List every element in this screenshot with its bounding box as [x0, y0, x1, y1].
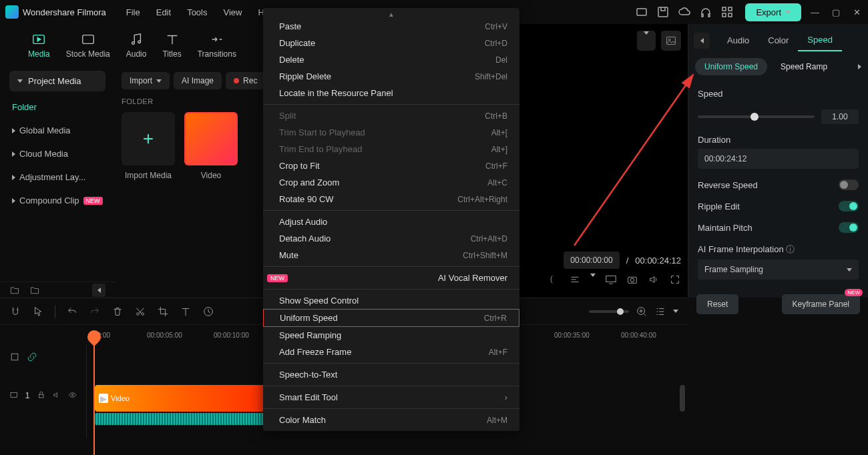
timeline-scrollbar[interactable] — [680, 385, 685, 412]
tab-titles[interactable]: Titles — [154, 29, 189, 61]
ctx-paste[interactable]: PasteCtrl+V — [263, 18, 519, 35]
duration-value[interactable]: 00:00:24:12 — [698, 149, 859, 169]
menu-view[interactable]: View — [223, 7, 242, 17]
eye-icon[interactable] — [68, 390, 77, 400]
ctx-mute[interactable]: MuteCtrl+Shift+M — [263, 247, 519, 264]
tab-media[interactable]: Media — [20, 29, 58, 61]
speed-slider[interactable] — [698, 115, 815, 118]
cut-icon[interactable] — [134, 306, 146, 318]
ctx-crop-fit[interactable]: Crop to FitCtrl+F — [263, 157, 519, 174]
sidebar-folder[interactable]: Folder — [0, 95, 115, 119]
menu-file[interactable]: File — [126, 7, 140, 17]
minimize-icon[interactable]: — — [811, 7, 820, 17]
frame-interpolation-select[interactable]: Frame Sampling — [698, 260, 859, 280]
bracket-icon[interactable] — [548, 274, 560, 286]
video-clip[interactable]: ▶ Video — [95, 385, 268, 412]
slider-thumb-icon[interactable] — [750, 113, 758, 121]
ctx-ai-vocal[interactable]: NEWAI Vocal Remover — [263, 270, 519, 286]
chevron-right-icon[interactable] — [858, 64, 861, 69]
trash-icon[interactable] — [112, 306, 124, 318]
align-icon[interactable] — [569, 274, 581, 286]
tab-transitions[interactable]: Transitions — [190, 29, 244, 61]
ai-image-button[interactable]: AI Image — [174, 72, 222, 89]
ctx-delete[interactable]: DeleteDel — [263, 51, 519, 68]
crop-icon[interactable] — [157, 306, 169, 318]
collapse-left-icon[interactable] — [92, 284, 105, 297]
grid-icon[interactable] — [721, 6, 733, 18]
ctx-detach-audio[interactable]: Detach AudioCtrl+Alt+D — [263, 230, 519, 247]
speaker-icon[interactable] — [648, 274, 660, 286]
close-icon[interactable]: ✕ — [853, 7, 863, 17]
undo-icon[interactable] — [66, 306, 78, 318]
pitch-toggle[interactable] — [839, 222, 859, 233]
ctx-show-speed[interactable]: Show Speed Control — [263, 292, 519, 309]
project-media-button[interactable]: Project Media — [9, 71, 105, 91]
maximize-icon[interactable]: ▢ — [832, 7, 841, 17]
ctx-ripple-delete[interactable]: Ripple DeleteShift+Del — [263, 68, 519, 85]
sidebar-compound-clip[interactable]: Compound ClipNEW — [0, 189, 115, 212]
reverse-toggle[interactable] — [839, 179, 859, 190]
ctx-speech-text[interactable]: Speech-to-Text — [263, 366, 519, 383]
list-icon[interactable] — [654, 306, 666, 318]
film-icon[interactable] — [9, 390, 18, 400]
ctx-duplicate[interactable]: DuplicateCtrl+D — [263, 35, 519, 51]
ctx-color-match[interactable]: Color MatchAlt+M — [263, 412, 519, 428]
reset-button[interactable]: Reset — [696, 294, 738, 314]
ctx-speed-ramping[interactable]: Speed Ramping — [263, 327, 519, 344]
import-media-thumb[interactable]: + Import Media — [122, 112, 175, 180]
tab-stock-media[interactable]: Stock Media — [58, 29, 118, 61]
text-icon[interactable] — [180, 306, 192, 318]
headphones-icon[interactable] — [700, 6, 712, 18]
ctx-collapse-up[interactable]: ▲ — [263, 11, 519, 18]
ripple-toggle[interactable] — [839, 201, 859, 211]
sidebar-cloud-media[interactable]: Cloud Media — [0, 142, 115, 165]
preview-dropdown[interactable] — [637, 31, 656, 51]
ctx-locate[interactable]: Locate in the Resource Panel — [263, 85, 519, 101]
cloud-icon[interactable] — [678, 6, 690, 18]
preview-image-icon[interactable] — [661, 31, 681, 51]
ctx-crop-zoom[interactable]: Crop and ZoomAlt+C — [263, 174, 519, 191]
marker-icon[interactable] — [9, 352, 20, 362]
magnet-icon[interactable] — [9, 306, 21, 318]
timecode-current[interactable]: 00:00:00:00 — [564, 252, 619, 269]
speed-icon[interactable] — [202, 306, 214, 318]
export-button[interactable]: Export — [745, 3, 801, 21]
folder-icon[interactable] — [29, 285, 40, 296]
ctx-freeze-frame[interactable]: Add Freeze FrameAlt+F — [263, 344, 519, 360]
tab-audio[interactable]: Audio — [118, 29, 155, 61]
record-button[interactable]: Rec — [226, 72, 265, 89]
tab-audio[interactable]: Audio — [718, 30, 758, 51]
chevron-down-icon[interactable] — [673, 310, 678, 313]
import-button[interactable]: Import — [122, 72, 170, 89]
ctx-uniform-speed[interactable]: Uniform SpeedCtrl+R — [263, 309, 519, 327]
speed-value[interactable]: 1.00 — [821, 109, 859, 124]
ctx-smart-edit[interactable]: Smart Edit Tool› — [263, 389, 519, 406]
menu-edit[interactable]: Edit — [156, 7, 171, 17]
cursor-icon[interactable] — [32, 306, 44, 318]
lock-icon[interactable] — [37, 390, 45, 400]
ctx-adjust-audio[interactable]: Adjust Audio — [263, 213, 519, 230]
redo-icon[interactable] — [89, 306, 101, 318]
menu-tools[interactable]: Tools — [187, 7, 207, 17]
tab-speed[interactable]: Speed — [798, 29, 842, 51]
fullscreen-icon[interactable] — [669, 274, 681, 286]
playhead[interactable] — [93, 345, 95, 455]
monitor-icon[interactable] — [605, 274, 617, 286]
mute-icon[interactable] — [52, 390, 61, 400]
inspector-back-button[interactable] — [694, 33, 710, 49]
keyframe-panel-button[interactable]: Keyframe Panel NEW — [782, 294, 860, 314]
sidebar-global-media[interactable]: Global Media — [0, 119, 115, 142]
ctx-rotate[interactable]: Rotate 90 CWCtrl+Alt+Right — [263, 191, 519, 207]
zoom-in-icon[interactable] — [636, 306, 648, 318]
link-icon[interactable] — [27, 352, 37, 362]
save-icon[interactable] — [657, 6, 669, 18]
screen-icon[interactable] — [636, 6, 648, 18]
chevron-down-icon[interactable] — [590, 274, 596, 277]
tab-color[interactable]: Color — [758, 30, 798, 51]
help-icon[interactable]: ⓘ — [786, 244, 795, 254]
zoom-slider[interactable] — [589, 310, 629, 313]
subtab-speed-ramp[interactable]: Speed Ramp — [771, 58, 854, 75]
subtab-uniform-speed[interactable]: Uniform Speed — [695, 58, 767, 75]
sidebar-adjustment-layer[interactable]: Adjustment Lay... — [0, 165, 115, 189]
audio-waveform[interactable] — [95, 413, 268, 425]
